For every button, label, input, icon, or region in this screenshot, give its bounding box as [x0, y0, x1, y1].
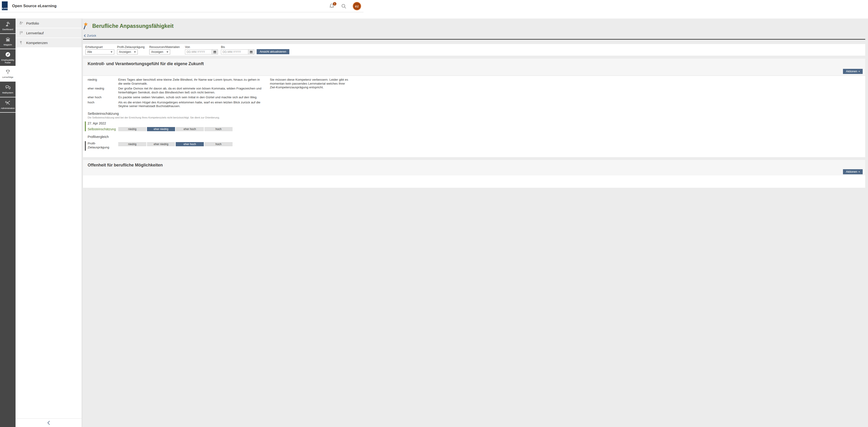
level-name: eher hoch	[88, 95, 118, 99]
tools-icon	[5, 100, 11, 106]
selbsteinschaetzung-heading: Selbsteinschätzung	[88, 112, 364, 116]
scale-segment: niedrig	[118, 127, 146, 131]
calendar-icon	[250, 51, 253, 54]
chat-bubbles-icon	[5, 85, 11, 90]
back-link-label: Zurück	[87, 34, 96, 37]
secondary-sidebar: Portfolio Lernverlauf Kompetenzen	[16, 19, 82, 179]
scale-segment: hoch	[205, 142, 232, 146]
level-table: niedrig Eines Tages aber beschloß eine k…	[88, 78, 270, 108]
filter-label-von: Von	[185, 45, 218, 49]
assessment-scale: niedrig eher niedrig eher hoch hoch	[118, 127, 364, 131]
scale-segment: hoch	[205, 127, 232, 131]
scale-segment-selected: eher hoch	[176, 142, 204, 146]
filter-bar: Erhebungsart Alle Profil-Zielausprägung …	[83, 44, 364, 56]
selbsteinschaetzung-note: Die Selbsteinschätzung wird bei der Erre…	[88, 116, 364, 119]
dashboard-lamp-icon	[5, 21, 11, 27]
competence-panel-kontroll: Kontroll- und Verantwortungsgefühl für d…	[83, 59, 364, 157]
scale-segment: eher niedrig	[147, 142, 175, 146]
portfolio-person-icon	[19, 21, 24, 26]
ansicht-aktualisieren-button[interactable]: Ansicht aktualisieren	[257, 49, 289, 54]
page-title: Berufliche Anpassungsfähigkeit	[92, 22, 174, 29]
panel-title: Kontroll- und Verantwortungsgefühl für d…	[83, 59, 364, 66]
level-name: niedrig	[88, 78, 118, 86]
level-description: Es packte seine sieben Versalien, schob …	[118, 95, 270, 99]
level-description: Als es die ersten Hügel des Kursivgebirg…	[118, 101, 270, 108]
user-avatar[interactable]: ez	[352, 2, 361, 10]
chevron-down-icon	[134, 52, 136, 53]
flag-icon	[19, 31, 24, 35]
filter-label-profil: Profil-Zielausprägung	[117, 45, 147, 49]
filter-label-ressourcen: Ressourcen/Materialien	[149, 45, 183, 49]
rail-item-dashboard[interactable]: Dashboard	[0, 19, 16, 33]
chevron-down-icon	[166, 52, 168, 53]
feedback-text: Sie müssen diese Kompetenz verbessern. L…	[270, 78, 351, 108]
erhebungsart-select[interactable]: Alle	[85, 50, 114, 55]
search-icon	[341, 3, 347, 9]
rail-item-mailsystem[interactable]: Mailsystem	[0, 82, 16, 97]
von-calendar-button[interactable]	[212, 50, 218, 55]
calendar-icon	[213, 51, 216, 54]
level-description: Der große Oxmox riet ihr davon ab, da es…	[118, 87, 270, 94]
trophy-icon	[5, 69, 11, 74]
sidebar-item-lernverlauf[interactable]: Lernverlauf	[16, 28, 82, 37]
sidebar-item-portfolio[interactable]: Portfolio	[16, 19, 82, 28]
sidebar-item-label: Portfolio	[26, 21, 39, 25]
self-assessment-block: 27. Apr 2022 Selbsteinschätzung niedrig …	[85, 121, 364, 131]
profilvergleich-heading: Profilvergleich	[88, 135, 364, 139]
search-button[interactable]	[341, 3, 347, 9]
level-name: eher niedrig	[88, 87, 118, 94]
sidebar-item-kompetenzen[interactable]: Kompetenzen	[16, 38, 82, 47]
rail-item-magazin[interactable]: Magazin	[0, 34, 16, 49]
repository-building-icon	[5, 37, 11, 42]
compass-icon	[5, 52, 11, 58]
rail-item-employability-radar[interactable]: Employability Radar	[0, 49, 16, 66]
bis-calendar-button[interactable]	[248, 50, 254, 55]
panel-body	[83, 176, 364, 179]
panel-title: Offenheit für berufliche Möglichkeiten	[83, 160, 364, 167]
scale-segment: niedrig	[118, 142, 146, 146]
level-name: hoch	[88, 101, 118, 108]
top-bar: ILIAS Open Source eLearning 1 ez	[0, 0, 364, 12]
ressourcen-select[interactable]: Anzeigen	[149, 50, 170, 55]
rail-item-lernerfolge[interactable]: Lernerfolge	[0, 66, 16, 81]
profil-value: Anzeigen	[119, 50, 131, 54]
filter-label-bis: Bis	[221, 45, 254, 49]
profile-comparison-block: Profil-Zielausprägung niedrig eher niedr…	[85, 141, 364, 151]
sidebar-item-label: Kompetenzen	[26, 41, 48, 45]
main-content: Berufliche Anpassungsfähigkeit Zurück Er…	[82, 19, 364, 179]
ilias-logo[interactable]: ILIAS	[2, 1, 8, 10]
bis-date-input[interactable]	[221, 50, 248, 55]
rail-filler	[0, 113, 16, 179]
von-date-input[interactable]	[185, 50, 212, 55]
erhebungsart-value: Alle	[87, 50, 92, 54]
sidebar-item-label: Lernverlauf	[26, 31, 43, 35]
chevron-down-icon	[111, 52, 113, 53]
assessment-row-label: Selbsteinschätzung	[88, 127, 116, 131]
level-description: Eines Tages aber beschloß eine kleine Ze…	[118, 78, 270, 86]
competence-wand-icon	[83, 22, 89, 29]
rail-item-administration[interactable]: Administration	[0, 97, 16, 112]
scale-segment-selected: eher niedrig	[147, 127, 175, 131]
magic-wand-icon	[19, 40, 24, 45]
back-link[interactable]: Zurück	[84, 34, 96, 37]
notification-badge: 1	[333, 2, 336, 6]
assessment-date: 27. Apr 2022	[88, 121, 364, 125]
profile-row-label: Profil-Zielausprägung	[88, 141, 116, 149]
chevron-left-icon	[84, 34, 86, 37]
profile-scale: niedrig eher niedrig eher hoch hoch	[118, 142, 364, 146]
sidebar-spacer	[16, 48, 82, 179]
filter-label-erhebungsart: Erhebungsart	[85, 45, 114, 49]
brand-title: Open Source eLearning	[12, 4, 57, 8]
competence-panel-offenheit: Offenheit für berufliche Möglichkeiten A…	[83, 160, 364, 179]
profil-zielauspraegung-select[interactable]: Anzeigen	[117, 50, 138, 55]
icon-rail: Dashboard Magazin Employability Radar	[0, 19, 16, 179]
ressourcen-value: Anzeigen	[151, 50, 163, 54]
notifications-button[interactable]: 1	[329, 3, 335, 9]
header-divider	[83, 39, 364, 40]
scale-segment: eher hoch	[176, 127, 204, 131]
